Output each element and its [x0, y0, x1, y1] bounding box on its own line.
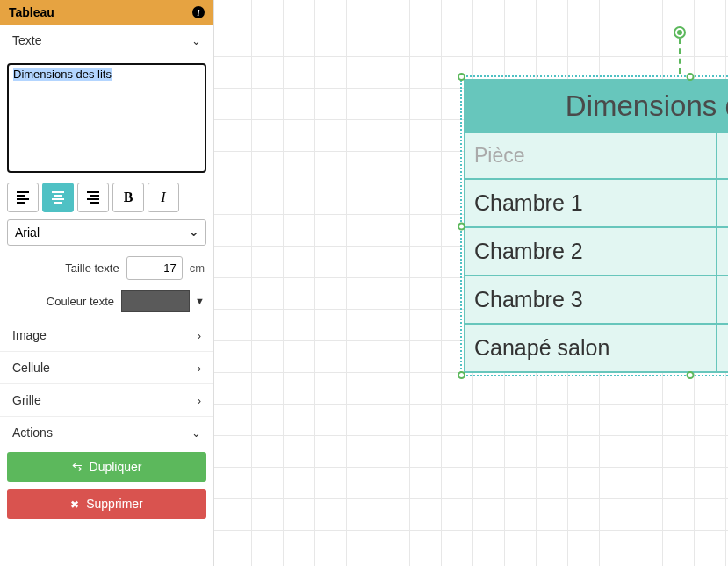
table-row: Chambre 2 160 200 [465, 227, 728, 276]
table-row: Canapé salon 140 190 [465, 324, 728, 372]
section-actions[interactable]: Actions ⌄ [0, 416, 213, 448]
section-cellule[interactable]: Cellule › [0, 351, 213, 383]
font-size-row: Taille texte cm [0, 253, 213, 287]
font-family-select[interactable]: Arial [7, 219, 206, 246]
canvas[interactable]: Dimensions des lits Pièce Largeur Longue… [214, 0, 728, 566]
text-format-toolbar: B I [0, 183, 213, 219]
font-size-unit: cm [190, 262, 205, 275]
align-left-button[interactable] [7, 183, 39, 212]
section-cellule-label: Cellule [12, 361, 50, 375]
align-center-button[interactable] [42, 183, 74, 212]
properties-panel: Tableau i Texte ⌄ Dimensions des lits B … [0, 0, 214, 566]
italic-button[interactable]: I [148, 183, 179, 212]
cell-text-input[interactable]: Dimensions des lits [7, 63, 206, 173]
align-right-button[interactable] [77, 183, 109, 212]
font-color-label: Couleur texte [47, 295, 114, 308]
section-grille-label: Grille [12, 393, 41, 407]
table-title-cell[interactable]: Dimensions des lits [465, 80, 728, 133]
section-image-label: Image [12, 328, 47, 342]
delete-button[interactable]: Supprimer [7, 489, 206, 519]
resize-handle-ml[interactable] [458, 222, 465, 230]
section-texte-label: Texte [12, 33, 41, 47]
rotate-handle[interactable] [674, 26, 686, 74]
table-row: Chambre 1 180 200 [465, 179, 728, 227]
header-largeur[interactable]: Largeur [717, 133, 728, 179]
resize-handle-bl[interactable] [458, 371, 465, 379]
retweet-icon: ⇆ [72, 460, 83, 474]
font-color-row: Couleur texte ▼ [0, 287, 213, 319]
resize-handle-tm[interactable] [687, 73, 695, 81]
chevron-down-icon: ⌄ [191, 426, 201, 440]
panel-title: Tableau [9, 5, 54, 19]
font-size-label: Taille texte [65, 262, 119, 275]
caret-down-icon[interactable]: ▼ [195, 296, 205, 306]
resize-handle-bm[interactable] [687, 371, 695, 379]
section-actions-label: Actions [12, 426, 53, 440]
chevron-right-icon: › [198, 329, 201, 342]
section-image[interactable]: Image › [0, 319, 213, 351]
close-icon [70, 497, 79, 511]
info-icon[interactable]: i [192, 6, 205, 18]
section-texte[interactable]: Texte ⌄ [0, 25, 213, 56]
section-grille[interactable]: Grille › [0, 383, 213, 416]
bold-button[interactable]: B [112, 183, 144, 212]
duplicate-button[interactable]: ⇆ Dupliquer [7, 452, 206, 482]
selected-object[interactable]: Dimensions des lits Pièce Largeur Longue… [460, 75, 728, 376]
delete-label: Supprimer [86, 497, 143, 511]
duplicate-label: Dupliquer [90, 460, 142, 474]
chevron-down-icon: ⌄ [191, 34, 201, 47]
resize-handle-tl[interactable] [458, 73, 465, 81]
panel-title-bar: Tableau i [0, 0, 213, 25]
dimensions-table[interactable]: Dimensions des lits Pièce Largeur Longue… [464, 79, 728, 373]
chevron-right-icon: › [198, 394, 201, 407]
chevron-right-icon: › [198, 362, 201, 375]
font-size-input[interactable] [126, 256, 183, 280]
font-color-swatch[interactable] [121, 290, 190, 312]
table-row: Chambre 3 140 200 [465, 276, 728, 324]
header-piece[interactable]: Pièce [465, 133, 717, 179]
